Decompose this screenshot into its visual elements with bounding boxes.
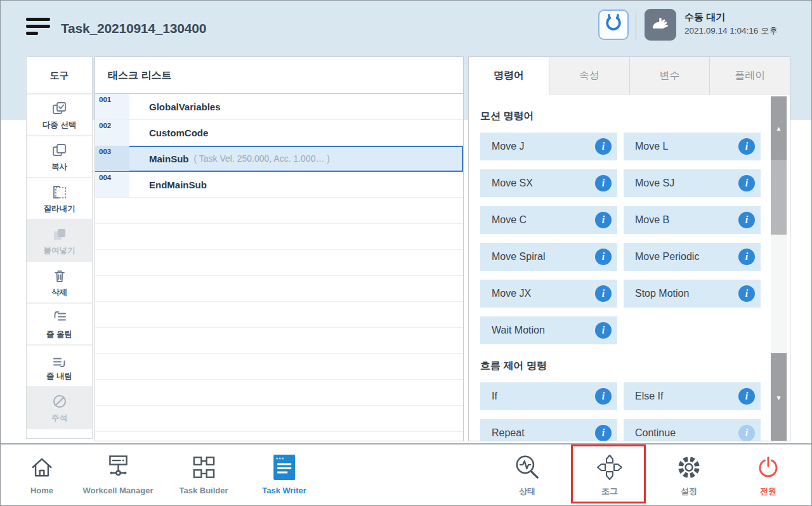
- info-icon[interactable]: i: [595, 249, 612, 265]
- tab-property[interactable]: 속성: [549, 57, 629, 94]
- info-icon[interactable]: i: [738, 138, 755, 155]
- task-row[interactable]: 004EndMainSub: [95, 172, 463, 198]
- task-row-empty[interactable]: [95, 302, 463, 328]
- command-move-l-button[interactable]: Move Li: [624, 133, 761, 160]
- command-move-b-button[interactable]: Move Bi: [624, 206, 761, 234]
- task-row-empty[interactable]: [95, 432, 463, 441]
- nav-settings[interactable]: 설정: [674, 451, 704, 497]
- nav-power[interactable]: 전원: [754, 451, 782, 497]
- nav-task-builder[interactable]: Task Builder: [179, 451, 228, 495]
- tool-copy-button[interactable]: 복사: [27, 136, 92, 178]
- command-move-c-button[interactable]: Move Ci: [480, 206, 617, 234]
- nav-workcell-manager[interactable]: Workcell Manager: [82, 451, 153, 495]
- tool-delete-button[interactable]: 삭제: [27, 262, 92, 304]
- command-label: Stop Motion: [624, 288, 689, 299]
- command-label: Move C: [480, 214, 527, 226]
- info-icon[interactable]: i: [738, 249, 755, 265]
- command-move-j-button[interactable]: Move Ji: [480, 133, 617, 160]
- info-icon[interactable]: i: [738, 285, 755, 302]
- task-row-name: EndMainSub: [149, 179, 207, 190]
- delete-icon: [51, 267, 69, 286]
- tool-multi-select-button[interactable]: 다중 선택: [27, 94, 92, 136]
- line-up-icon: [51, 309, 69, 328]
- tool-cut-button[interactable]: 잘라내기: [27, 178, 92, 220]
- command-repeat-button[interactable]: Repeati: [480, 419, 617, 441]
- task-row-empty[interactable]: [95, 406, 463, 432]
- command-label: Move SX: [480, 178, 533, 189]
- jog-icon: [594, 451, 625, 484]
- command-label: If: [480, 391, 497, 402]
- tool-label: 줄 내림: [46, 371, 72, 382]
- nav-label: Task Writer: [262, 486, 306, 495]
- info-icon[interactable]: i: [738, 388, 755, 405]
- nav-label: 조그: [601, 486, 618, 497]
- info-icon[interactable]: i: [595, 212, 612, 228]
- nav-home[interactable]: Home: [28, 451, 56, 495]
- task-row-empty[interactable]: [95, 354, 463, 380]
- task-row-empty[interactable]: [95, 380, 463, 406]
- command-empty-slot: [624, 316, 761, 344]
- command-if-button[interactable]: Ifi: [480, 382, 617, 410]
- nav-jog[interactable]: 조그: [594, 451, 625, 497]
- command-continue-button[interactable]: Continuei: [624, 419, 761, 441]
- tool-label: 줄 올림: [46, 329, 72, 340]
- section-title: 흐름 제어 명령: [480, 360, 762, 373]
- task-row[interactable]: 003MainSub( Task Vel. 250.000, Acc. 1.00…: [95, 146, 463, 172]
- status-icon: [513, 451, 542, 484]
- command-label: Move SJ: [624, 178, 674, 189]
- task-row-empty[interactable]: [95, 328, 463, 354]
- scrollbar: ▲ ▼: [771, 96, 787, 441]
- command-label: Move Spiral: [480, 251, 545, 263]
- command-label: Wait Motion: [480, 325, 545, 336]
- command-label: Move J: [480, 141, 525, 152]
- command-move-sj-button[interactable]: Move SJi: [624, 169, 761, 197]
- nav-label: 설정: [681, 486, 697, 497]
- task-writer-icon: [272, 451, 297, 484]
- info-icon[interactable]: i: [738, 175, 755, 191]
- menu-icon[interactable]: [26, 18, 50, 35]
- task-row[interactable]: 001GlobalVariables: [95, 94, 463, 120]
- command-else-if-button[interactable]: Else Ifi: [624, 382, 761, 410]
- info-icon[interactable]: i: [595, 138, 612, 155]
- task-row[interactable]: 002CustomCode: [95, 120, 463, 146]
- info-icon[interactable]: i: [595, 388, 612, 405]
- header-divider: [636, 13, 636, 41]
- info-icon[interactable]: i: [738, 212, 755, 228]
- command-move-spiral-button[interactable]: Move Spirali: [480, 243, 617, 271]
- nav-task-writer[interactable]: Task Writer: [262, 451, 306, 495]
- command-move-jx-button[interactable]: Move JXi: [480, 280, 617, 308]
- multi-select-icon: [51, 100, 69, 119]
- task-row-empty[interactable]: [95, 276, 463, 302]
- info-icon[interactable]: i: [595, 285, 612, 302]
- bottom-nav-bar: HomeWorkcell ManagerTask BuilderTask Wri…: [1, 443, 811, 505]
- task-row-empty[interactable]: [95, 224, 463, 250]
- task-row-name: CustomCode: [149, 127, 208, 138]
- nav-label: 상태: [519, 486, 535, 497]
- task-row-empty[interactable]: [95, 198, 463, 224]
- info-icon[interactable]: i: [595, 322, 612, 339]
- tool-line-up-button[interactable]: 줄 올림: [27, 304, 92, 346]
- command-move-sx-button[interactable]: Move SXi: [480, 169, 617, 197]
- command-label: Move Periodic: [624, 251, 699, 263]
- robot-mode-button[interactable]: [598, 10, 629, 40]
- command-wait-motion-button[interactable]: Wait Motioni: [480, 316, 617, 344]
- command-label: Move L: [624, 141, 668, 152]
- command-stop-motion-button[interactable]: Stop Motioni: [624, 280, 761, 308]
- scroll-up-button[interactable]: ▲: [771, 96, 787, 160]
- info-icon[interactable]: i: [595, 425, 612, 441]
- command-label: Else If: [624, 391, 663, 402]
- info-icon[interactable]: i: [595, 175, 612, 191]
- info-icon[interactable]: i: [738, 425, 755, 441]
- task-row-name: MainSub: [149, 153, 189, 164]
- workcell-manager-icon: [103, 451, 133, 484]
- scroll-down-button[interactable]: ▼: [771, 353, 787, 441]
- command-move-periodic-button[interactable]: Move Periodici: [624, 243, 761, 271]
- scroll-thumb[interactable]: [771, 160, 787, 235]
- tab-command[interactable]: 명령어: [469, 57, 549, 94]
- tool-line-down-button[interactable]: 줄 내림: [27, 346, 92, 387]
- task-row-empty[interactable]: [95, 250, 463, 276]
- tab-play[interactable]: 플레이: [709, 57, 790, 94]
- tool-paste-button: 붙여넣기: [27, 220, 92, 262]
- nav-status[interactable]: 상태: [513, 451, 542, 497]
- tab-variable[interactable]: 변수: [629, 57, 710, 94]
